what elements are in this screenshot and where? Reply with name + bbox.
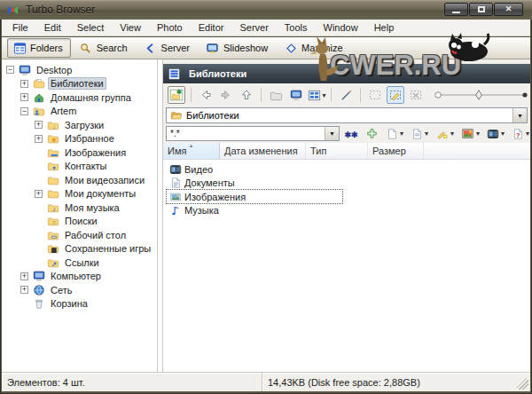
tree-item-label: Избранное	[62, 132, 117, 145]
edit-button[interactable]: ▾	[433, 126, 457, 142]
column-header-имя[interactable]: ▴Имя	[163, 143, 220, 159]
tree-expander-plus[interactable]: +	[20, 272, 28, 280]
toolbar-button-maximize[interactable]: Maximize	[278, 38, 350, 58]
menu-tools[interactable]: Tools	[277, 20, 316, 35]
documents-file-icon	[168, 177, 182, 190]
stars-button[interactable]: ✱✱	[341, 126, 361, 142]
tree-item-ссылки[interactable]: ↗Ссылки	[2, 256, 157, 270]
column-header-размер[interactable]: Размер	[368, 143, 424, 159]
file-item-музыка[interactable]: Музыка	[163, 204, 530, 218]
toolbar-button-server[interactable]: Server	[138, 38, 198, 58]
tree-item-библиотеки[interactable]: +Библиотеки	[2, 77, 157, 91]
views-icon	[308, 89, 321, 102]
file-item-изображения[interactable]: Изображения	[163, 190, 530, 204]
folder-favorites-icon: ★	[46, 132, 59, 146]
file-lines-button[interactable]: ▾	[408, 126, 431, 142]
deselect-icon	[409, 88, 423, 102]
menu-server[interactable]: Server	[231, 20, 276, 35]
chevron-down-icon: ▾	[501, 130, 505, 138]
tree-expander-plus[interactable]: +	[35, 190, 43, 198]
tree-item-label: Корзина	[48, 297, 90, 310]
file-item-label: Документы	[184, 177, 235, 188]
tree-item-мои-видеозаписи[interactable]: Мои видеозаписи	[2, 173, 157, 187]
address-dropdown-button[interactable]: ▼	[512, 108, 527, 122]
film-button[interactable]: ▾	[484, 126, 507, 142]
address-row: Библиотеки ▼	[163, 106, 530, 124]
zoom-slider[interactable]	[433, 88, 530, 102]
menu-editor[interactable]: Editor	[191, 20, 232, 35]
tree-item-label: Artem	[48, 105, 79, 117]
tree-item-рабочий-стол[interactable]: ▭Рабочий стол	[2, 228, 157, 242]
toolbar-button-folders[interactable]: Folders	[7, 38, 71, 58]
tree-expander-minus[interactable]: −	[20, 107, 28, 115]
filter-combo[interactable]: *.* ▼	[166, 126, 340, 141]
tree-item-компьютер[interactable]: +Компьютер	[2, 270, 157, 284]
tree-item-artem[interactable]: −Artem	[2, 105, 157, 119]
tree-item-desktop[interactable]: −Desktop	[2, 63, 157, 77]
tree-expander-plus[interactable]: +	[35, 135, 43, 143]
menu-photo[interactable]: Photo	[149, 20, 191, 35]
tree-expander-plus[interactable]: +	[35, 121, 43, 129]
up-button[interactable]	[238, 86, 255, 104]
tree-item-поиски[interactable]: ○Поиски	[2, 215, 157, 229]
resize-grip-icon[interactable]	[517, 378, 528, 390]
tree-item-изображения[interactable]: ▬Изображения	[2, 146, 157, 160]
svg-text:↗: ↗	[51, 260, 56, 266]
tree-item-избранное[interactable]: +★Избранное	[2, 132, 157, 146]
column-header-дата-изменения[interactable]: Дата изменения	[220, 143, 306, 159]
tree-item-сохраненные-игры[interactable]: ▦Сохраненные игры	[2, 242, 157, 256]
menu-edit[interactable]: Edit	[36, 20, 69, 35]
folders-pane-button[interactable]: ✱	[168, 86, 185, 104]
close-button[interactable]: ✕	[494, 3, 523, 16]
menu-window[interactable]: Window	[316, 20, 366, 35]
tree-expander-plus[interactable]: +	[20, 93, 28, 101]
menu-select[interactable]: Select	[69, 20, 113, 35]
tree-item-загрузки[interactable]: +↓Загрузки	[2, 118, 157, 132]
status-items-count: Элементов: 4 шт.	[7, 377, 85, 388]
address-combo[interactable]: Библиотеки ▼	[166, 107, 528, 123]
toolbar-button-search[interactable]: Search	[74, 38, 136, 58]
tree-expander-plus[interactable]: +	[20, 80, 28, 88]
help-file-button[interactable]: ?▾	[509, 126, 532, 142]
toolbar-button-label: Slideshow	[223, 43, 268, 53]
views-button[interactable]: ▾	[308, 86, 325, 104]
tree-item-мои-документы[interactable]: +Мои документы	[2, 187, 157, 201]
tree-expander-plus[interactable]: +	[20, 286, 28, 294]
select-edit-button[interactable]	[387, 86, 404, 104]
menu-view[interactable]: View	[112, 20, 149, 35]
new-file-button[interactable]: ▾	[383, 126, 406, 142]
toolbar-separator	[360, 88, 361, 102]
tree-item-контакты[interactable]: ●Контакты	[2, 160, 157, 174]
tree-item-корзина[interactable]: Корзина	[2, 297, 157, 311]
panel-splitter[interactable]	[157, 59, 163, 372]
tree-expander-minus[interactable]: −	[6, 66, 14, 74]
menu-bar: FileEditSelectViewPhotoEditorServerTools…	[2, 20, 530, 36]
image-button[interactable]: ▾	[458, 126, 482, 142]
back-button[interactable]	[197, 86, 215, 104]
toolbar-button-slideshow[interactable]: Slideshow	[200, 38, 276, 58]
column-header-тип[interactable]: Тип	[306, 143, 368, 159]
tree-item-сеть[interactable]: +Сеть	[2, 283, 157, 297]
homegroup-icon	[32, 91, 45, 104]
tree-item-моя-музыка[interactable]: ♪Моя музыка	[2, 201, 157, 215]
minimize-button[interactable]	[444, 3, 468, 16]
menu-help[interactable]: Help	[366, 20, 403, 35]
add-button[interactable]	[363, 126, 381, 142]
column-header-label: Размер	[372, 146, 406, 156]
menu-file[interactable]: File	[4, 20, 36, 35]
tree-item-label: Мои документы	[62, 187, 138, 200]
file-item-видео[interactable]: Видео	[163, 162, 530, 177]
tree-item-label: Компьютер	[48, 270, 104, 282]
file-item-документы[interactable]: Документы	[163, 177, 530, 191]
pencil-button[interactable]	[337, 86, 355, 104]
deselect-button	[407, 86, 425, 104]
maximize-button[interactable]	[469, 3, 493, 16]
svg-text:▬: ▬	[51, 150, 57, 156]
folder-documents-icon	[46, 187, 59, 201]
pencil-icon	[340, 89, 353, 102]
filter-dropdown-button[interactable]: ▼	[325, 127, 339, 140]
maximize-icon	[284, 41, 298, 55]
music-file-icon	[168, 204, 182, 217]
monitor-button[interactable]	[287, 86, 305, 104]
tree-item-домашняя-группа[interactable]: +Домашняя группа	[2, 91, 157, 105]
